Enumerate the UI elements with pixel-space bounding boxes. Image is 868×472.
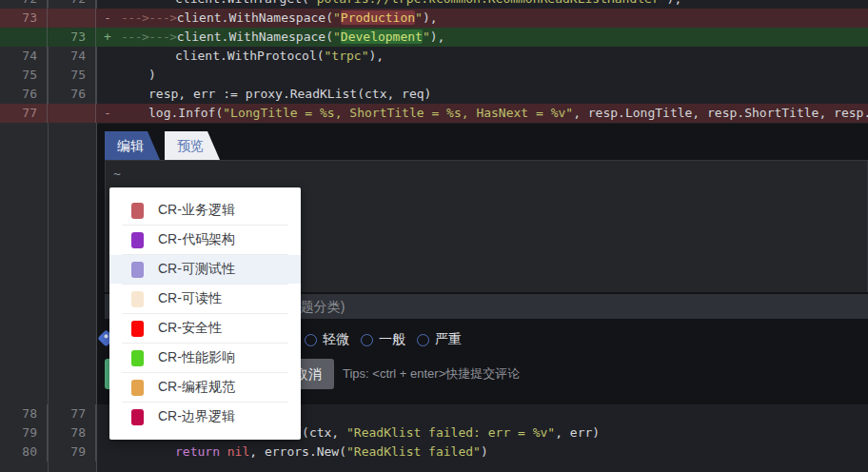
radio-label: 轻微 bbox=[323, 331, 349, 348]
dropdown-item[interactable]: CR-边界逻辑 bbox=[109, 403, 301, 431]
tab-edit[interactable]: 编辑 bbox=[105, 131, 160, 160]
category-color-swatch bbox=[131, 203, 144, 219]
code-cell: resp, err := proxy.ReadKList(ctx, req) bbox=[96, 85, 868, 104]
code-segment: client.WithProtocol( bbox=[175, 49, 325, 63]
severity-radio-一般[interactable]: 一般 bbox=[361, 331, 405, 348]
code-segment: ) bbox=[481, 444, 488, 459]
old-line-number: 78 bbox=[0, 404, 48, 423]
code-segment: , resp.LongTitle, resp.ShortTitle, resp.… bbox=[573, 106, 868, 120]
code-line: ) bbox=[96, 66, 156, 85]
code-cell: client.WithTarget("polaris://trpc.kcommo… bbox=[96, 0, 868, 9]
whitespace-arrows-icon: --->---> bbox=[121, 10, 177, 25]
code-segment: nil bbox=[227, 444, 249, 459]
code-review-window: 7272client.WithTarget("polaris://trpc.kc… bbox=[0, 0, 868, 472]
severity-radio-轻微[interactable]: 轻微 bbox=[305, 331, 349, 348]
code-segment: resp, err := proxy.ReadKList(ctx, req) bbox=[148, 87, 431, 101]
dropdown-item[interactable]: CR-可测试性 bbox=[109, 255, 301, 284]
dropdown-item-label: CR-代码架构 bbox=[158, 231, 235, 248]
category-color-swatch bbox=[131, 291, 144, 307]
code-segment bbox=[220, 444, 227, 459]
dropdown-item-label: CR-可读性 bbox=[158, 290, 222, 307]
dropdown-item-label: CR-安全性 bbox=[158, 320, 222, 337]
new-line-number: 73 bbox=[48, 28, 96, 47]
dropdown-item-label: CR-业务逻辑 bbox=[158, 202, 235, 219]
severity-radio-严重[interactable]: 严重 bbox=[417, 331, 462, 348]
diff-row[interactable]: 77-log.Infof("LongTitle = %s, ShortTitle… bbox=[0, 104, 868, 123]
code-segment: ), bbox=[430, 30, 445, 44]
dropdown-item-label: CR-性能影响 bbox=[158, 349, 235, 366]
code-segment: "ReadKlist failed" bbox=[346, 444, 481, 459]
code-segment: client.WithNamespace( bbox=[177, 10, 333, 25]
old-line-number: 72 bbox=[0, 0, 48, 9]
code-segment: "ReadKlist failed: err = %v" bbox=[346, 425, 555, 440]
clipped-row-wrap: 7272client.WithTarget("polaris://trpc.kc… bbox=[0, 0, 868, 9]
radio-circle-icon[interactable] bbox=[305, 334, 317, 346]
code-cell: return nil, errors.New("ReadKlist failed… bbox=[96, 442, 868, 462]
category-color-swatch bbox=[131, 380, 144, 396]
dropdown-item[interactable]: CR-性能影响 bbox=[109, 344, 301, 372]
dropdown-item[interactable]: CR-可读性 bbox=[109, 285, 301, 313]
comment-form-tabs: 编辑 预览 bbox=[105, 131, 868, 160]
diff-row[interactable]: 7272client.WithTarget("polaris://trpc.kc… bbox=[0, 0, 868, 9]
code-segment: "LongTitle = %s, ShortTitle = %s, HasNex… bbox=[223, 106, 573, 120]
radio-circle-icon[interactable] bbox=[417, 334, 429, 346]
radio-circle-icon[interactable] bbox=[361, 334, 373, 346]
category-color-swatch bbox=[131, 262, 144, 278]
dropdown-item[interactable]: CR-代码架构 bbox=[109, 226, 301, 254]
code-line: --->--->client.WithNamespace("Developmen… bbox=[96, 28, 444, 47]
new-line-number: 76 bbox=[48, 85, 96, 104]
diff-view-top: 7272client.WithTarget("polaris://trpc.kc… bbox=[0, 0, 868, 123]
editor-tilde: ~ bbox=[113, 167, 121, 181]
old-line-number: 77 bbox=[0, 104, 48, 123]
new-line-number: 77 bbox=[48, 404, 96, 423]
dropdown-item[interactable]: CR-安全性 bbox=[109, 314, 301, 343]
code-segment: " bbox=[333, 30, 341, 44]
category-dropdown: CR-业务逻辑CR-代码架构CR-可测试性CR-可读性CR-安全性CR-性能影响… bbox=[109, 187, 301, 440]
diff-row[interactable]: 7474client.WithProtocol("trpc"), bbox=[0, 47, 868, 66]
category-color-swatch bbox=[131, 409, 144, 425]
code-segment: ) bbox=[148, 68, 156, 82]
dropdown-item[interactable]: CR-业务逻辑 bbox=[109, 196, 301, 225]
code-cell: -log.Infof("LongTitle = %s, ShortTitle =… bbox=[96, 104, 868, 123]
category-color-swatch bbox=[131, 350, 144, 366]
code-segment: ), bbox=[423, 10, 438, 25]
tab-preview[interactable]: 预览 bbox=[165, 131, 220, 160]
diff-row[interactable]: 73---->--->client.WithNamespace("Product… bbox=[0, 9, 868, 28]
diff-row[interactable]: 8079return nil, errors.New("ReadKlist fa… bbox=[0, 442, 868, 462]
diff-row[interactable]: 7676resp, err := proxy.ReadKList(ctx, re… bbox=[0, 85, 868, 104]
radio-label: 严重 bbox=[435, 331, 462, 348]
dropdown-item[interactable]: CR-编程规范 bbox=[109, 373, 301, 402]
new-line-number: 78 bbox=[48, 423, 96, 442]
code-segment: " bbox=[423, 30, 430, 44]
old-line-number: 75 bbox=[0, 66, 48, 85]
code-segment: "polaris://trpc.kcommon.KCommonReadKList… bbox=[309, 0, 667, 6]
diff-row[interactable]: 73+--->--->client.WithNamespace("Develop… bbox=[0, 28, 868, 47]
category-color-swatch bbox=[131, 321, 144, 337]
old-line-number: 74 bbox=[0, 47, 48, 66]
old-line-number: 76 bbox=[0, 85, 48, 104]
code-line: log.Infof("LongTitle = %s, ShortTitle = … bbox=[96, 104, 868, 123]
code-segment: " bbox=[415, 10, 423, 25]
code-segment: "trpc" bbox=[325, 49, 369, 63]
dropdown-item-label: CR-边界逻辑 bbox=[158, 408, 235, 425]
old-line-number: 79 bbox=[0, 423, 48, 442]
new-line-number: 74 bbox=[48, 47, 96, 66]
code-segment: log.Infof( bbox=[148, 106, 223, 120]
new-line-number: 79 bbox=[48, 442, 96, 462]
code-segment: ), bbox=[369, 49, 385, 63]
category-color-swatch bbox=[131, 232, 144, 248]
code-segment: client.WithNamespace( bbox=[177, 30, 333, 44]
diff-row[interactable]: 7575) bbox=[0, 66, 868, 85]
old-line-number: 80 bbox=[0, 442, 48, 462]
old-line-number: 73 bbox=[0, 9, 48, 28]
dropdown-item-label: CR-编程规范 bbox=[158, 379, 235, 396]
new-line-number: 72 bbox=[48, 0, 96, 9]
code-segment: return bbox=[175, 444, 220, 459]
code-line: --->--->client.WithNamespace("Production… bbox=[96, 9, 438, 28]
word-diff-highlight: Development bbox=[341, 30, 423, 44]
shortcut-tips: Tips: <ctrl + enter>快捷提交评论 bbox=[343, 365, 520, 383]
code-line: resp, err := proxy.ReadKList(ctx, req) bbox=[96, 85, 431, 104]
code-segment: , err) bbox=[555, 425, 600, 440]
code-segment: " bbox=[333, 10, 341, 25]
code-line: return nil, errors.New("ReadKlist failed… bbox=[96, 442, 488, 462]
